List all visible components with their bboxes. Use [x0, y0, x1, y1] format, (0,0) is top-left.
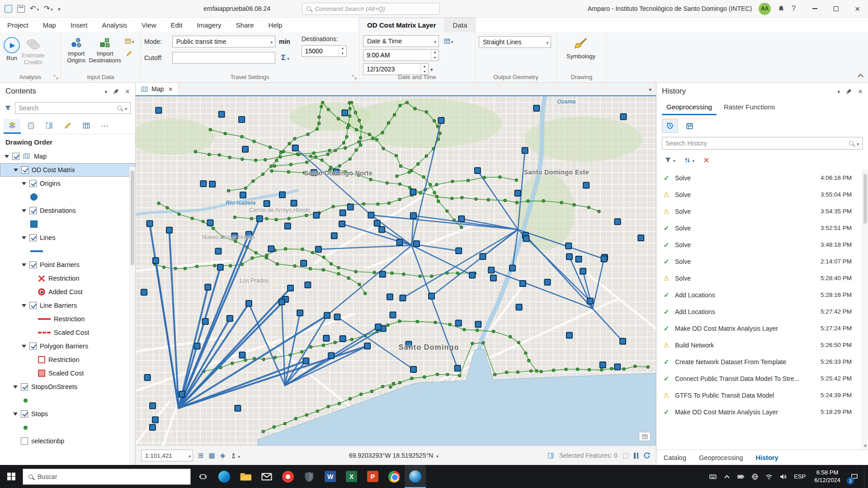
excel-taskbar-button[interactable]: X: [341, 465, 362, 488]
legend-symbol-row[interactable]: [0, 421, 135, 434]
layer-checkbox[interactable]: [29, 207, 37, 214]
run-button[interactable]: Run: [4, 35, 20, 66]
tab-list-dropdown-icon[interactable]: [644, 83, 656, 95]
mail-taskbar-button[interactable]: [256, 465, 277, 488]
chrome-taskbar-button[interactable]: [383, 465, 405, 488]
panel-menu-icon[interactable]: [838, 88, 840, 95]
history-entry[interactable]: ✓Connect Public Transit Data Model To St…: [656, 370, 868, 387]
history-entry[interactable]: ⚠Solve5:28:40 PM: [656, 270, 868, 286]
hidden-icons-chevron[interactable]: [720, 465, 734, 488]
dock-tab-catalog[interactable]: Catalog: [664, 454, 686, 461]
expander-icon[interactable]: [22, 263, 26, 267]
cutoff-expression-button[interactable]: Σ: [279, 52, 292, 64]
ribbon-tab-map[interactable]: Map: [36, 18, 63, 32]
destinations-value-input[interactable]: [302, 46, 339, 56]
layer-row-restriction[interactable]: Restriction: [0, 312, 135, 326]
pin-icon[interactable]: [113, 88, 119, 94]
history-entry[interactable]: ✓Add Locations5:27:42 PM: [656, 303, 868, 320]
legend-symbol-row[interactable]: [0, 244, 135, 258]
spin-up-icon[interactable]: ▲: [421, 64, 428, 69]
redo-dropdown-icon[interactable]: [51, 5, 53, 12]
history-chronological-button[interactable]: [662, 119, 678, 133]
expander-icon[interactable]: [5, 155, 9, 158]
avatar[interactable]: AA: [759, 3, 771, 15]
view-selection-tab[interactable]: [41, 119, 58, 134]
scrollbar-thumb[interactable]: [131, 170, 134, 265]
expander-icon[interactable]: [22, 209, 26, 212]
language-indicator[interactable]: ESP: [790, 473, 810, 480]
map-viewport[interactable]: [136, 96, 656, 446]
scroll-down-icon[interactable]: ▼: [863, 444, 868, 448]
history-search-input[interactable]: [665, 140, 846, 147]
history-tab-geoprocessing[interactable]: Geoprocessing: [662, 101, 717, 115]
travel-settings-dialog-launcher-icon[interactable]: [351, 74, 357, 80]
more-view-modes-button[interactable]: ⋯: [96, 119, 113, 134]
layer-row-stops[interactable]: Stops: [0, 407, 135, 421]
red-sq-fill-symbol[interactable]: [38, 370, 45, 377]
layer-checkbox[interactable]: [21, 383, 28, 390]
layer-row-stopsonstreets[interactable]: StopsOnStreets: [0, 380, 135, 394]
contents-scrollbar[interactable]: [129, 167, 135, 465]
map-overview-button[interactable]: [639, 432, 651, 441]
action-center-button[interactable]: 3: [845, 465, 864, 488]
ribbon-tab-insert[interactable]: Insert: [63, 18, 95, 32]
history-entry[interactable]: ✓Add Locations5:28:16 PM: [656, 286, 868, 303]
legend-symbol-row[interactable]: [0, 190, 135, 204]
edit-data-button[interactable]: [122, 47, 137, 59]
layer-row-point-barriers[interactable]: Point Barriers: [0, 258, 135, 272]
maximize-button[interactable]: [826, 0, 847, 18]
close-panel-icon[interactable]: [125, 88, 130, 95]
filter-button[interactable]: [662, 154, 678, 166]
taskbar-search-input[interactable]: [38, 473, 185, 480]
layer-checkbox[interactable]: [29, 261, 37, 268]
arcgis-pro-taskbar-button[interactable]: [405, 465, 426, 488]
layer-row-lines[interactable]: Lines: [0, 231, 135, 244]
ribbon-tab-project[interactable]: Project: [0, 18, 36, 32]
layer-checkbox[interactable]: [21, 166, 28, 174]
expander-icon[interactable]: [13, 385, 18, 389]
time-table-button[interactable]: [441, 36, 456, 47]
layer-row-line-barriers[interactable]: Line Barriers: [0, 299, 135, 312]
add-bookmark-icon[interactable]: ⊞: [198, 451, 204, 460]
redo-button[interactable]: ↷: [44, 5, 53, 12]
taskbar-search[interactable]: [23, 469, 191, 485]
touch-keyboard-icon[interactable]: [706, 465, 720, 488]
show-desktop-button[interactable]: [864, 465, 868, 488]
map-view-tab[interactable]: Map: [136, 83, 179, 95]
layer-row-map[interactable]: Map: [0, 150, 135, 163]
estimate-credits-button[interactable]: EstimateCredits: [22, 35, 45, 66]
history-entry[interactable]: ✓Solve4:06:16 PM: [656, 169, 868, 186]
history-entry[interactable]: ✓Solve2:14:07 PM: [656, 253, 868, 270]
layer-row-scaled-cost[interactable]: Scaled Cost: [0, 366, 135, 380]
ribbon-tab-help[interactable]: Help: [261, 18, 290, 32]
scale-select[interactable]: 1:101,421: [141, 450, 193, 461]
fields-tool-button[interactable]: [122, 35, 137, 47]
legend-symbol-row[interactable]: [0, 217, 135, 231]
notifications-bell-icon[interactable]: [778, 5, 785, 12]
history-entry[interactable]: ✓Create Network Dataset From Template5:2…: [656, 353, 868, 370]
time-spinner[interactable]: ▲▼: [363, 49, 439, 61]
layer-checkbox[interactable]: [12, 153, 19, 160]
output-geometry-select[interactable]: Straight Lines: [479, 36, 551, 48]
dock-tab-geoprocessing[interactable]: Geoprocessing: [699, 454, 743, 461]
command-search-input[interactable]: [315, 5, 435, 12]
history-entry[interactable]: ✓Solve3:48:18 PM: [656, 236, 868, 253]
wifi-icon[interactable]: [762, 465, 776, 488]
snapping-icon[interactable]: ◈: [220, 451, 226, 460]
pin-icon[interactable]: [846, 88, 852, 94]
undo-button[interactable]: ↶: [30, 5, 39, 12]
command-search[interactable]: [302, 3, 440, 15]
sort-button[interactable]: [681, 154, 698, 166]
added-cost-symbol[interactable]: [38, 288, 45, 296]
layer-checkbox[interactable]: [29, 343, 37, 350]
history-by-date-button[interactable]: [681, 119, 698, 133]
ribbon-tab-view[interactable]: View: [134, 18, 163, 32]
contents-search[interactable]: [15, 102, 131, 114]
filter-funnel-icon[interactable]: [5, 105, 11, 112]
cutoff-input[interactable]: [172, 52, 275, 64]
blue-line-symbol[interactable]: [30, 250, 43, 252]
coordinates-display[interactable]: 69.9203293°W 18.5192525°N: [349, 452, 439, 459]
import-origins-button[interactable]: ImportOrigins: [65, 35, 88, 64]
green-dot-symbol[interactable]: [24, 426, 28, 430]
expander-icon[interactable]: [14, 169, 18, 172]
